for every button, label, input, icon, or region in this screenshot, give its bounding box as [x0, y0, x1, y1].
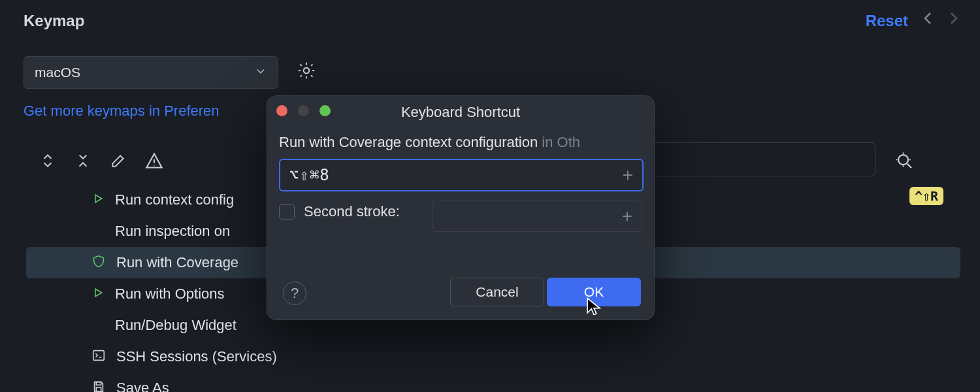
dialog-description: Run with Coverage context configuration … — [279, 134, 580, 151]
svg-rect-4 — [96, 387, 101, 391]
dialog-desc-main: Run with Coverage context configuration — [279, 134, 538, 150]
shortcut-badge: ^⇧R — [909, 187, 943, 205]
forward-icon[interactable] — [943, 8, 964, 32]
plus-icon[interactable]: + — [623, 166, 633, 184]
list-item[interactable]: SSH Sessions (Services) — [26, 341, 960, 372]
action-label: Run/Debug Widget — [115, 317, 237, 334]
svg-point-1 — [898, 155, 908, 165]
get-more-keymaps-link[interactable]: Get more keymaps in Preferen — [24, 103, 220, 120]
action-label: Run context config — [115, 191, 234, 208]
find-action-by-shortcut-icon[interactable] — [895, 152, 915, 174]
back-icon[interactable] — [917, 8, 938, 32]
disk-icon — [91, 380, 106, 393]
ok-button[interactable]: OK — [547, 278, 641, 306]
gear-icon[interactable] — [296, 60, 317, 84]
nav-arrows — [917, 8, 964, 32]
action-toolbar — [39, 152, 163, 173]
play-icon — [91, 286, 105, 302]
list-item[interactable]: Save As — [26, 372, 960, 392]
second-stroke-row: Second stroke: — [279, 203, 400, 220]
svg-rect-3 — [96, 382, 101, 385]
keyboard-shortcut-dialog: Keyboard Shortcut Run with Coverage cont… — [267, 95, 655, 320]
dialog-desc-suffix: in Oth — [538, 134, 580, 150]
edit-icon[interactable] — [110, 152, 127, 172]
action-label: Run with Options — [115, 286, 225, 302]
terminal-icon — [91, 348, 106, 366]
help-button[interactable]: ? — [283, 282, 306, 305]
action-label: SSH Sessions (Services) — [116, 348, 277, 365]
svg-point-0 — [304, 68, 310, 74]
first-stroke-input[interactable]: ⌥⇧⌘8 + — [279, 159, 644, 191]
dialog-title: Keyboard Shortcut — [267, 104, 654, 121]
keymap-dropdown-value: macOS — [35, 65, 80, 80]
second-stroke-label: Second stroke: — [304, 203, 400, 220]
keymap-dropdown[interactable]: macOS — [24, 56, 278, 89]
chevron-down-icon — [254, 65, 267, 81]
reset-link[interactable]: Reset — [866, 12, 908, 30]
collapse-icon[interactable] — [74, 152, 91, 172]
action-label: Run inspection on — [115, 223, 230, 240]
warning-icon[interactable] — [145, 152, 163, 173]
second-stroke-input[interactable]: + — [432, 201, 642, 232]
shortcut-value: ⌥⇧⌘8 — [289, 166, 330, 184]
plus-icon[interactable]: + — [622, 207, 632, 225]
action-label: Run with Coverage — [116, 254, 238, 271]
svg-rect-2 — [93, 350, 105, 360]
page-title: Keymap — [24, 12, 84, 30]
shield-icon — [91, 254, 106, 272]
cancel-button[interactable]: Cancel — [450, 278, 544, 306]
play-icon — [91, 192, 105, 208]
action-label: Save As — [116, 380, 169, 392]
expand-collapse-icon[interactable] — [39, 152, 56, 172]
second-stroke-checkbox[interactable] — [279, 204, 295, 220]
